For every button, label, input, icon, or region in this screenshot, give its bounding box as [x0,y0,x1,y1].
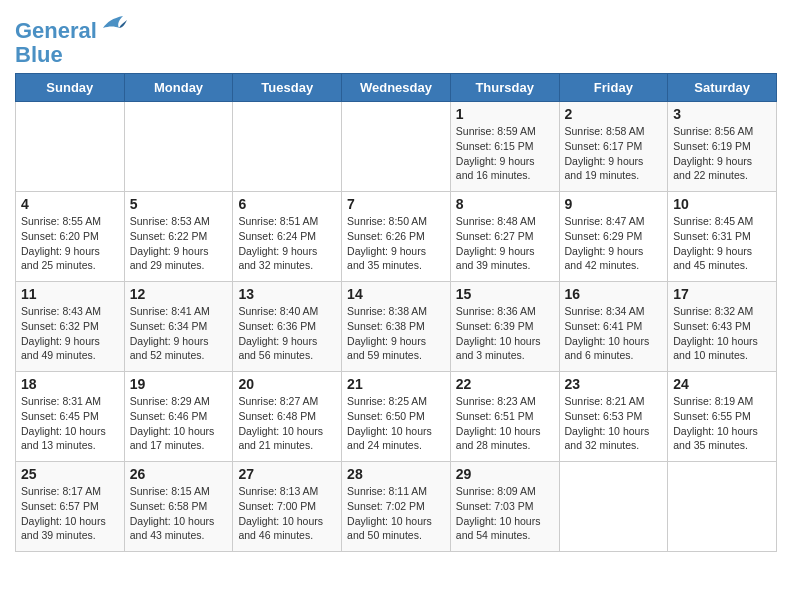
calendar-week-4: 18Sunrise: 8:31 AM Sunset: 6:45 PM Dayli… [16,372,777,462]
day-number: 7 [347,196,445,212]
calendar-cell: 10Sunrise: 8:45 AM Sunset: 6:31 PM Dayli… [668,192,777,282]
day-number: 23 [565,376,663,392]
day-info: Sunrise: 8:36 AM Sunset: 6:39 PM Dayligh… [456,304,554,363]
day-info: Sunrise: 8:09 AM Sunset: 7:03 PM Dayligh… [456,484,554,543]
calendar-cell [668,462,777,552]
calendar-cell: 29Sunrise: 8:09 AM Sunset: 7:03 PM Dayli… [450,462,559,552]
day-info: Sunrise: 8:25 AM Sunset: 6:50 PM Dayligh… [347,394,445,453]
calendar-cell: 7Sunrise: 8:50 AM Sunset: 6:26 PM Daylig… [342,192,451,282]
calendar-cell: 25Sunrise: 8:17 AM Sunset: 6:57 PM Dayli… [16,462,125,552]
day-info: Sunrise: 8:21 AM Sunset: 6:53 PM Dayligh… [565,394,663,453]
day-number: 17 [673,286,771,302]
calendar-cell: 6Sunrise: 8:51 AM Sunset: 6:24 PM Daylig… [233,192,342,282]
calendar-week-2: 4Sunrise: 8:55 AM Sunset: 6:20 PM Daylig… [16,192,777,282]
calendar-table: SundayMondayTuesdayWednesdayThursdayFrid… [15,73,777,552]
logo-text-blue: Blue [15,43,127,67]
weekday-header-row: SundayMondayTuesdayWednesdayThursdayFrid… [16,74,777,102]
calendar-cell: 13Sunrise: 8:40 AM Sunset: 6:36 PM Dayli… [233,282,342,372]
day-info: Sunrise: 8:48 AM Sunset: 6:27 PM Dayligh… [456,214,554,273]
day-number: 13 [238,286,336,302]
weekday-header-saturday: Saturday [668,74,777,102]
day-info: Sunrise: 8:11 AM Sunset: 7:02 PM Dayligh… [347,484,445,543]
day-number: 18 [21,376,119,392]
day-info: Sunrise: 8:59 AM Sunset: 6:15 PM Dayligh… [456,124,554,183]
day-info: Sunrise: 8:32 AM Sunset: 6:43 PM Dayligh… [673,304,771,363]
calendar-cell: 11Sunrise: 8:43 AM Sunset: 6:32 PM Dayli… [16,282,125,372]
day-number: 29 [456,466,554,482]
day-number: 28 [347,466,445,482]
calendar-cell [16,102,125,192]
logo-text: General [15,14,127,43]
day-info: Sunrise: 8:56 AM Sunset: 6:19 PM Dayligh… [673,124,771,183]
day-number: 4 [21,196,119,212]
day-info: Sunrise: 8:34 AM Sunset: 6:41 PM Dayligh… [565,304,663,363]
day-info: Sunrise: 8:41 AM Sunset: 6:34 PM Dayligh… [130,304,228,363]
calendar-cell: 16Sunrise: 8:34 AM Sunset: 6:41 PM Dayli… [559,282,668,372]
calendar-cell: 9Sunrise: 8:47 AM Sunset: 6:29 PM Daylig… [559,192,668,282]
day-number: 5 [130,196,228,212]
calendar-cell: 1Sunrise: 8:59 AM Sunset: 6:15 PM Daylig… [450,102,559,192]
calendar-cell: 5Sunrise: 8:53 AM Sunset: 6:22 PM Daylig… [124,192,233,282]
calendar-cell: 3Sunrise: 8:56 AM Sunset: 6:19 PM Daylig… [668,102,777,192]
weekday-header-friday: Friday [559,74,668,102]
calendar-cell: 17Sunrise: 8:32 AM Sunset: 6:43 PM Dayli… [668,282,777,372]
day-number: 1 [456,106,554,122]
day-number: 2 [565,106,663,122]
calendar-cell: 22Sunrise: 8:23 AM Sunset: 6:51 PM Dayli… [450,372,559,462]
day-number: 25 [21,466,119,482]
calendar-cell: 20Sunrise: 8:27 AM Sunset: 6:48 PM Dayli… [233,372,342,462]
calendar-cell: 21Sunrise: 8:25 AM Sunset: 6:50 PM Dayli… [342,372,451,462]
calendar-cell: 19Sunrise: 8:29 AM Sunset: 6:46 PM Dayli… [124,372,233,462]
day-info: Sunrise: 8:38 AM Sunset: 6:38 PM Dayligh… [347,304,445,363]
day-number: 8 [456,196,554,212]
day-number: 24 [673,376,771,392]
calendar-cell [124,102,233,192]
day-number: 15 [456,286,554,302]
day-number: 27 [238,466,336,482]
day-number: 11 [21,286,119,302]
day-number: 14 [347,286,445,302]
logo: General Blue [15,14,127,67]
calendar-cell: 15Sunrise: 8:36 AM Sunset: 6:39 PM Dayli… [450,282,559,372]
day-info: Sunrise: 8:23 AM Sunset: 6:51 PM Dayligh… [456,394,554,453]
day-info: Sunrise: 8:17 AM Sunset: 6:57 PM Dayligh… [21,484,119,543]
day-info: Sunrise: 8:53 AM Sunset: 6:22 PM Dayligh… [130,214,228,273]
day-info: Sunrise: 8:58 AM Sunset: 6:17 PM Dayligh… [565,124,663,183]
calendar-week-3: 11Sunrise: 8:43 AM Sunset: 6:32 PM Dayli… [16,282,777,372]
calendar-cell: 26Sunrise: 8:15 AM Sunset: 6:58 PM Dayli… [124,462,233,552]
calendar-cell: 27Sunrise: 8:13 AM Sunset: 7:00 PM Dayli… [233,462,342,552]
day-number: 3 [673,106,771,122]
calendar-cell: 2Sunrise: 8:58 AM Sunset: 6:17 PM Daylig… [559,102,668,192]
calendar-week-1: 1Sunrise: 8:59 AM Sunset: 6:15 PM Daylig… [16,102,777,192]
calendar-cell: 8Sunrise: 8:48 AM Sunset: 6:27 PM Daylig… [450,192,559,282]
day-info: Sunrise: 8:19 AM Sunset: 6:55 PM Dayligh… [673,394,771,453]
calendar-cell: 23Sunrise: 8:21 AM Sunset: 6:53 PM Dayli… [559,372,668,462]
day-info: Sunrise: 8:31 AM Sunset: 6:45 PM Dayligh… [21,394,119,453]
day-info: Sunrise: 8:29 AM Sunset: 6:46 PM Dayligh… [130,394,228,453]
calendar-cell: 12Sunrise: 8:41 AM Sunset: 6:34 PM Dayli… [124,282,233,372]
calendar-cell: 4Sunrise: 8:55 AM Sunset: 6:20 PM Daylig… [16,192,125,282]
weekday-header-sunday: Sunday [16,74,125,102]
day-number: 22 [456,376,554,392]
calendar-cell: 18Sunrise: 8:31 AM Sunset: 6:45 PM Dayli… [16,372,125,462]
day-info: Sunrise: 8:15 AM Sunset: 6:58 PM Dayligh… [130,484,228,543]
calendar-cell: 28Sunrise: 8:11 AM Sunset: 7:02 PM Dayli… [342,462,451,552]
day-number: 20 [238,376,336,392]
weekday-header-tuesday: Tuesday [233,74,342,102]
day-number: 16 [565,286,663,302]
day-info: Sunrise: 8:50 AM Sunset: 6:26 PM Dayligh… [347,214,445,273]
weekday-header-monday: Monday [124,74,233,102]
calendar-cell: 14Sunrise: 8:38 AM Sunset: 6:38 PM Dayli… [342,282,451,372]
day-info: Sunrise: 8:27 AM Sunset: 6:48 PM Dayligh… [238,394,336,453]
day-number: 19 [130,376,228,392]
calendar-cell [233,102,342,192]
calendar-cell [559,462,668,552]
day-number: 10 [673,196,771,212]
day-info: Sunrise: 8:51 AM Sunset: 6:24 PM Dayligh… [238,214,336,273]
day-info: Sunrise: 8:13 AM Sunset: 7:00 PM Dayligh… [238,484,336,543]
logo-bird-icon [99,14,127,36]
day-number: 6 [238,196,336,212]
weekday-header-thursday: Thursday [450,74,559,102]
calendar-cell [342,102,451,192]
calendar-week-5: 25Sunrise: 8:17 AM Sunset: 6:57 PM Dayli… [16,462,777,552]
